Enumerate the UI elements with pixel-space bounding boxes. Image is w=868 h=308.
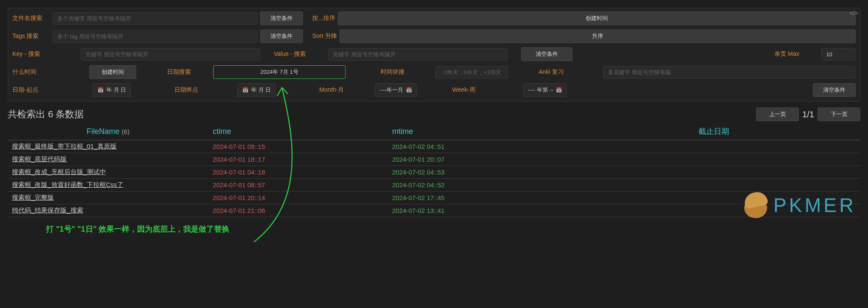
date-end-label: 日期终点 (174, 86, 198, 94)
file-link[interactable]: 搜索框_最终版_带下拉框_01_真原版 (12, 142, 117, 150)
what-time-label: 什么时间 (12, 68, 50, 76)
file-link[interactable]: 搜索框_改版_放置好函数_下拉框Css了 (12, 181, 123, 188)
table-row: 搜索框_改版_放置好函数_下拉框Css了2024-07-01 08::57202… (8, 179, 860, 192)
anki-input[interactable] (603, 66, 856, 78)
page-max-input[interactable] (821, 48, 856, 61)
calendar-icon: 📅 (97, 87, 104, 93)
egg-icon (744, 192, 767, 218)
clear-filename-button[interactable]: 清空条件 (260, 12, 303, 25)
deadline-cell (567, 166, 860, 179)
deadline-cell (567, 153, 860, 166)
file-link[interactable]: 搜索框_底层代码版 (12, 155, 67, 163)
deadline-cell (567, 140, 860, 153)
mtime-cell: 2024-07-02 04::53 (388, 166, 567, 179)
col-ctime[interactable]: ctime (208, 123, 388, 140)
table-row: 搜索框_底层代码版2024-07-01 18::172024-07-01 20:… (8, 153, 860, 166)
page-indicator: 1/1 (802, 110, 814, 119)
calendar-icon: 📅 (556, 87, 562, 93)
ctime-cell: 2024-07-01 04::18 (208, 166, 388, 179)
value-label: Value - 搜索 (274, 50, 306, 58)
ctime-cell: 2024-07-01 20::14 (208, 192, 388, 204)
annotation-text: 打 "1号" "1日" 效果一样，因为底层上，我是做了替换 (46, 224, 860, 234)
mtime-cell: 2024-07-02 04::51 (388, 140, 567, 153)
page-max-label: 单页 Max (774, 50, 799, 58)
table-row: 搜索框_改成_无框后台版_测试中2024-07-01 04::182024-07… (8, 166, 860, 179)
anki-label: Anki 复习 (539, 68, 564, 76)
block-search-input[interactable] (435, 66, 508, 78)
table-row: 搜索框_完整版2024-07-01 20::142024-07-02 17::4… (8, 192, 860, 204)
mtime-cell: 2024-07-02 13::41 (388, 204, 567, 217)
clear-tags-button[interactable]: 清空条件 (260, 29, 303, 43)
mtime-cell: 2024-07-02 17::45 (388, 192, 567, 204)
ctime-cell: 2024-07-01 08::57 (208, 179, 388, 192)
sort-by-select[interactable]: 创建时间 (338, 12, 856, 25)
tags-input[interactable] (53, 30, 258, 43)
key-label: Key - 搜索 (12, 50, 50, 58)
next-page-button[interactable]: 下一页 (818, 108, 860, 121)
what-time-button[interactable]: 创建时间 (89, 65, 136, 79)
prev-page-button[interactable]: 上一页 (756, 108, 799, 121)
ctime-cell: 2024-07-01 21::06 (208, 204, 388, 217)
calendar-icon: 📅 (242, 87, 249, 93)
filename-label: 文件名搜索 (12, 15, 50, 22)
file-link[interactable]: 纯代码_结果保存版_搜索 (12, 206, 83, 214)
key-input[interactable] (81, 48, 260, 61)
col-filename[interactable]: FileName (6) (8, 123, 208, 140)
result-summary: 共检索出 6 条数据 (8, 108, 756, 121)
table-row: 纯代码_结果保存版_搜索2024-07-01 21::062024-07-02 … (8, 204, 860, 217)
ctime-cell: 2024-07-01 18::17 (208, 153, 388, 166)
table-row: 搜索框_最终版_带下拉框_01_真原版2024-07-01 09::152024… (8, 140, 860, 153)
block-search-label: 时间块搜 (381, 68, 405, 76)
month-input[interactable]: ----年一月 📅 (375, 83, 417, 97)
date-search-input[interactable]: 2024年 7月 1号 (213, 65, 346, 79)
week-label: Week-周 (452, 86, 475, 94)
date-end-input[interactable]: 📅 年 月 日 (238, 83, 276, 97)
brand-logo: PKMER (744, 192, 856, 218)
sort-dir-label: Sort 升降 (312, 32, 337, 40)
file-link[interactable]: 搜索框_改成_无框后台版_测试中 (12, 168, 106, 175)
sort-dir-select[interactable]: 升序 (340, 29, 856, 43)
calendar-icon: 📅 (406, 87, 412, 93)
tags-label: Tags 搜索 (12, 32, 50, 40)
clear-kv-button[interactable]: 清空条件 (521, 47, 572, 61)
filename-input[interactable] (53, 12, 258, 25)
brand-text: PKMER (773, 194, 856, 217)
mtime-cell: 2024-07-01 20::07 (388, 153, 567, 166)
clear-dates-button[interactable]: 清空条件 (813, 83, 856, 97)
col-deadline[interactable]: 截止日期 (567, 123, 860, 140)
value-input[interactable] (328, 48, 507, 61)
results-table: FileName (6) ctime mtime 截止日期 搜索框_最终版_带下… (8, 123, 860, 217)
date-search-label: 日期搜索 (167, 68, 191, 76)
week-input[interactable]: ---- 年第 -- 📅 (523, 83, 567, 97)
date-start-label: 日期-起点 (12, 86, 50, 94)
mtime-cell: 2024-07-02 04::52 (388, 179, 567, 192)
code-toggle-icon[interactable]: </> (850, 10, 858, 17)
date-start-input[interactable]: 📅 年 月 日 (93, 83, 131, 97)
deadline-cell (567, 179, 860, 192)
col-mtime[interactable]: mtime (388, 123, 567, 140)
file-link[interactable]: 搜索框_完整版 (12, 194, 54, 201)
month-label: Month-月 (319, 86, 344, 94)
ctime-cell: 2024-07-01 09::15 (208, 140, 388, 153)
sort-by-label: 按...排序 (312, 15, 335, 22)
